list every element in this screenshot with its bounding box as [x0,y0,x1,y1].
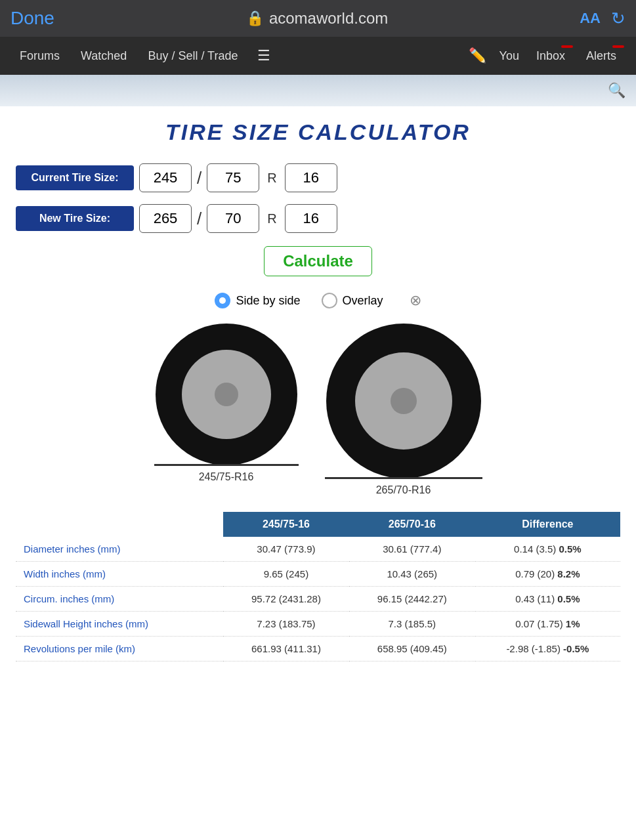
row-val2: 10.43 (265) [349,562,475,587]
col-empty [16,512,223,537]
tire1-svg [154,322,299,467]
current-width-input[interactable] [139,163,192,192]
row-diff: 0.79 (20) 8.2% [475,562,620,587]
nav-alerts[interactable]: Alerts [577,44,625,68]
row-label: Diameter inches (mm) [16,537,223,562]
current-tire-row: Current Tire Size: / R [16,163,620,192]
r-label-2: R [267,211,276,226]
row-val1: 9.65 (245) [223,562,349,587]
new-tire-label: New Tire Size: [16,206,134,231]
done-button[interactable]: Done [11,8,54,29]
tire1-wrap: 245/75-R16 [154,322,299,496]
nav-forums[interactable]: Forums [11,44,69,68]
alerts-badge [612,45,624,48]
tires-visual: 245/75-R16 265/70-R16 [16,322,620,496]
separator-1: / [197,168,201,188]
side-by-side-label: Side by side [236,294,300,308]
search-bar: 🔍 [0,75,636,106]
current-tire-label: Current Tire Size: [16,165,134,190]
tire2-svg [325,322,482,480]
side-by-side-option[interactable]: Side by side [215,293,300,308]
row-val2: 96.15 (2442.27) [349,587,475,612]
row-val1: 661.93 (411.31) [223,637,349,662]
row-diff: -2.98 (-1.85) -0.5% [475,637,620,662]
overlay-radio[interactable] [322,293,337,308]
table-row: Diameter inches (mm)30.47 (773.9)30.61 (… [16,537,620,562]
inbox-badge [561,45,573,48]
row-val2: 7.3 (185.5) [349,612,475,637]
table-row: Sidewall Height inches (mm)7.23 (183.75)… [16,612,620,637]
col3-header: Difference [475,512,620,537]
nav-bar: Forums Watched Buy / Sell / Trade ☰ ✏️ Y… [0,37,636,75]
nav-you[interactable]: You [494,44,524,68]
url-bar: 🔒 acomaworld.com [65,9,569,28]
row-diff: 0.07 (1.75) 1% [475,612,620,637]
tire1-name: 245/75-R16 [199,471,254,483]
table-row: Revolutions per mile (km)661.93 (411.31)… [16,637,620,662]
new-width-input[interactable] [139,204,192,233]
tire2-wrap: 265/70-R16 [325,322,482,496]
tire2-ground [325,477,482,479]
main-content: Tire Size Calculator Current Tire Size: … [0,106,636,675]
new-aspect-input[interactable] [207,204,259,233]
new-rim-input[interactable] [285,204,337,233]
separator-2: / [197,209,201,229]
row-val1: 30.47 (773.9) [223,537,349,562]
tire1-ground [154,464,299,466]
browser-chrome: Done 🔒 acomaworld.com AA ↻ [0,0,636,37]
row-val1: 7.23 (183.75) [223,612,349,637]
current-aspect-input[interactable] [207,163,259,192]
calculate-button[interactable]: Calculate [264,246,372,276]
col2-header: 265/70-16 [349,512,475,537]
view-options: Side by side Overlay ⊗ [16,292,620,309]
close-button[interactable]: ⊗ [410,292,421,309]
url-text: acomaworld.com [269,9,388,28]
search-icon[interactable]: 🔍 [608,82,625,99]
comparison-table-wrap: 245/75-16 265/70-16 Difference Diameter … [16,512,620,662]
svg-point-5 [391,388,417,414]
svg-point-2 [215,383,238,406]
aa-button[interactable]: AA [580,10,601,27]
col1-header: 245/75-16 [223,512,349,537]
table-row: Circum. inches (mm)95.72 (2431.28)96.15 … [16,587,620,612]
page-title: Tire Size Calculator [16,119,620,145]
row-val2: 658.95 (409.45) [349,637,475,662]
edit-icon[interactable]: ✏️ [463,42,492,70]
calculate-btn-wrap: Calculate [16,246,620,276]
nav-buy-sell[interactable]: Buy / Sell / Trade [138,44,247,68]
lock-icon: 🔒 [246,10,264,27]
row-val1: 95.72 (2431.28) [223,587,349,612]
row-label: Width inches (mm) [16,562,223,587]
nav-inbox[interactable]: Inbox [527,44,574,68]
comparison-table: 245/75-16 265/70-16 Difference Diameter … [16,512,620,662]
row-val2: 30.61 (777.4) [349,537,475,562]
tire2-name: 265/70-R16 [376,484,431,496]
side-by-side-radio[interactable] [215,293,230,308]
hamburger-icon[interactable]: ☰ [249,42,278,70]
refresh-button[interactable]: ↻ [611,9,625,29]
row-label: Circum. inches (mm) [16,587,223,612]
new-tire-row: New Tire Size: / R [16,204,620,233]
table-row: Width inches (mm)9.65 (245)10.43 (265)0.… [16,562,620,587]
current-rim-input[interactable] [285,163,337,192]
overlay-option[interactable]: Overlay [322,293,383,308]
calculator-form: Current Tire Size: / R New Tire Size: / … [16,163,620,233]
r-label-1: R [267,171,276,186]
row-diff: 0.14 (3.5) 0.5% [475,537,620,562]
overlay-label: Overlay [343,294,383,308]
nav-watched[interactable]: Watched [72,44,136,68]
row-label: Sidewall Height inches (mm) [16,612,223,637]
row-diff: 0.43 (11) 0.5% [475,587,620,612]
row-label: Revolutions per mile (km) [16,637,223,662]
